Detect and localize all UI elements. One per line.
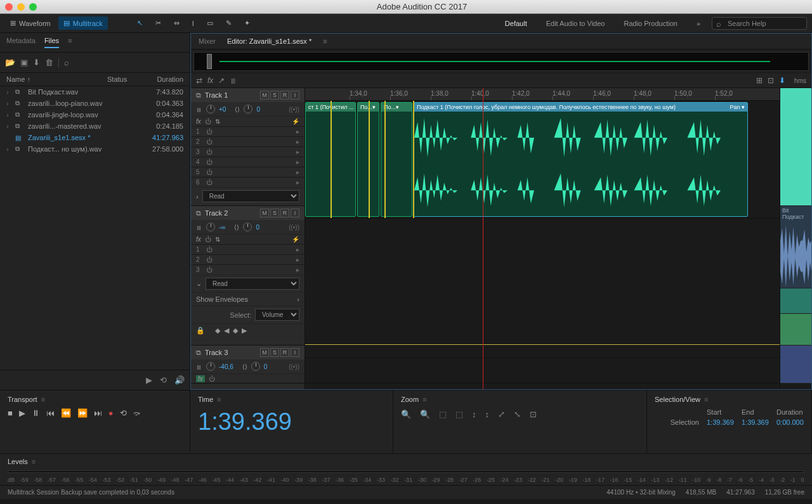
play-icon[interactable]: ▶ (146, 375, 152, 385)
track-color-3[interactable] (780, 346, 811, 384)
fx-slot[interactable]: 1⏻▸ (191, 126, 304, 136)
solo-button[interactable]: S (270, 348, 279, 357)
tool-marquee-icon[interactable]: ▭ (202, 16, 218, 30)
fx-slot[interactable]: 3⏻▸ (191, 146, 304, 157)
fx-slot[interactable]: 4⏻▸ (191, 157, 304, 167)
fx-slot[interactable]: 1⏻▸ (191, 244, 304, 254)
volume-knob[interactable] (206, 105, 215, 113)
volume-value[interactable]: +0 (219, 106, 226, 113)
track-color-2a[interactable] (780, 288, 811, 314)
fx-icon[interactable]: fx (207, 76, 213, 85)
monitor-button[interactable]: I (291, 209, 299, 217)
playhead-icon[interactable]: ⬇ (779, 76, 785, 85)
tool-move-icon[interactable]: ↖ (132, 16, 148, 30)
swap-icon[interactable]: ⇄ (196, 76, 202, 85)
tool-razor-icon[interactable]: ✂ (150, 16, 166, 30)
solo-button[interactable]: S (270, 91, 279, 100)
selection-start[interactable]: 1:39.369 (707, 418, 734, 426)
fx-slot[interactable]: 5⏻▸ (191, 167, 304, 177)
play-button[interactable]: ▶ (19, 408, 25, 418)
volume-envelope[interactable] (305, 344, 780, 345)
zoom-out-h-icon[interactable]: 🔍 (420, 410, 430, 419)
multitrack-tab[interactable]: ▤ Multitrack (58, 16, 108, 30)
volume-knob[interactable] (206, 362, 215, 371)
mute-button[interactable]: M (260, 91, 269, 100)
marker-line[interactable] (369, 101, 370, 218)
fx-slot[interactable]: 2⏻▸ (191, 136, 304, 146)
pan-value[interactable]: 0 (256, 106, 260, 113)
solo-button[interactable]: S (270, 209, 279, 217)
fx-slot[interactable]: 2⏻▸ (191, 254, 304, 264)
envelope-select[interactable]: Volume (255, 309, 299, 321)
ruler-unit[interactable]: hms (794, 77, 806, 84)
track-lane-2[interactable] (305, 219, 780, 358)
workspace-more-icon[interactable]: » (688, 16, 709, 31)
show-envelopes-row[interactable]: Show Envelopes› (191, 292, 304, 306)
side-clip-preview[interactable]: Bit Подкаст (780, 206, 811, 288)
selection-end[interactable]: 1:39.369 (742, 418, 769, 426)
tab-editor[interactable]: Editor: Zavarili_s1e1.sesx * (227, 37, 311, 45)
maximize-icon[interactable] (29, 3, 37, 11)
send-icon[interactable]: ↗ (218, 76, 225, 85)
tracks-view[interactable]: /* ticks rendered below */ 1:34,01:36,01… (305, 88, 780, 389)
pan-value[interactable]: 0 (264, 363, 268, 370)
overview-strip[interactable] (193, 52, 809, 71)
monitor-button[interactable]: I (291, 348, 299, 357)
pause-button[interactable]: ⏸ (32, 408, 40, 418)
zoom-in-v-icon[interactable]: ↕ (472, 410, 476, 419)
go-end-button[interactable]: ⏭ (94, 408, 102, 418)
file-row[interactable]: ›⧉Bit Подкаст.wav7:43.820 (0, 86, 190, 98)
track-color-2b[interactable] (780, 314, 811, 346)
overview-viewport[interactable] (207, 54, 212, 69)
erase-icon[interactable]: ◆ (215, 326, 220, 335)
rewind-button[interactable]: ⏪ (61, 408, 71, 418)
skip-button[interactable]: ⤼ (133, 408, 140, 418)
record-button[interactable]: R (280, 348, 289, 357)
track-color-1[interactable] (780, 88, 811, 206)
tool-brush-icon[interactable]: ✎ (221, 16, 237, 30)
record-icon[interactable]: ▣ (20, 58, 28, 67)
open-folder-icon[interactable]: 📂 (5, 58, 15, 67)
time-display[interactable]: 1:39.369 (198, 408, 385, 436)
record-button[interactable]: ● (108, 408, 114, 418)
fx-slot[interactable]: 6⏻▸ (191, 177, 304, 187)
close-icon[interactable] (5, 3, 13, 11)
lock-icon[interactable]: 🔒 (196, 326, 205, 335)
zoom-in-point-icon[interactable]: ⤢ (498, 410, 505, 419)
fx-edit-icon[interactable]: ⇅ (215, 118, 220, 125)
pan-value[interactable]: 0 (256, 224, 259, 231)
tool-slip-icon[interactable]: ⇔ (169, 16, 185, 30)
loop-icon[interactable]: ⟲ (160, 375, 167, 385)
ripple-icon[interactable]: ⊡ (768, 76, 774, 85)
pan-knob[interactable] (251, 362, 260, 371)
track-lane-1[interactable]: ст 1 (Почистил ... ▾ По...▾ По...▾ Подка… (305, 101, 780, 219)
selection-duration[interactable]: 0:00.000 (776, 418, 804, 426)
prev-keyframe-icon[interactable]: ◀ (224, 326, 229, 335)
file-row[interactable]: ▤Zavarili_s1e1.sesx *41:27.963 (0, 132, 190, 143)
snap-icon[interactable]: ⊞ (756, 76, 763, 85)
chevron-down-icon[interactable]: › (196, 193, 199, 200)
waveform-tab[interactable]: ⊞ Waveform (5, 16, 56, 30)
zoom-out-v-icon[interactable]: ↕ (485, 410, 490, 419)
file-row[interactable]: ›⧉zavarili...-mastered.wav0:24.185 (0, 120, 190, 132)
pan-knob[interactable] (244, 105, 252, 113)
zoom-reset-icon[interactable]: ⊡ (530, 410, 537, 419)
time-ruler[interactable]: /* ticks rendered below */ 1:34,01:36,01… (305, 88, 780, 101)
fx-edit-icon[interactable]: ⇅ (215, 236, 220, 243)
tool-time-icon[interactable]: I (187, 17, 199, 30)
stop-button[interactable]: ■ (8, 408, 13, 418)
marker-line[interactable] (384, 101, 386, 218)
volume-knob[interactable] (206, 223, 215, 231)
forward-button[interactable]: ⏩ (77, 408, 88, 418)
track-name[interactable]: Track 1 (205, 91, 256, 99)
trash-icon[interactable]: 🗑 (45, 58, 53, 67)
file-row[interactable]: ›⧉Подкаст... но шум).wav27:58.000 (0, 143, 190, 155)
add-keyframe-icon[interactable]: ◆ (233, 326, 238, 335)
insert-icon[interactable]: ⬇ (33, 58, 40, 67)
loop-button[interactable]: ⟲ (120, 408, 127, 418)
tab-metadata[interactable]: Metadata (6, 37, 36, 48)
next-keyframe-icon[interactable]: ▶ (242, 326, 247, 335)
search-help-input[interactable]: Search Help (712, 17, 807, 30)
track-lane-3[interactable] (305, 358, 780, 384)
file-row[interactable]: ›⧉zavarili-jingle-loop.wav0:04.364 (0, 109, 190, 120)
